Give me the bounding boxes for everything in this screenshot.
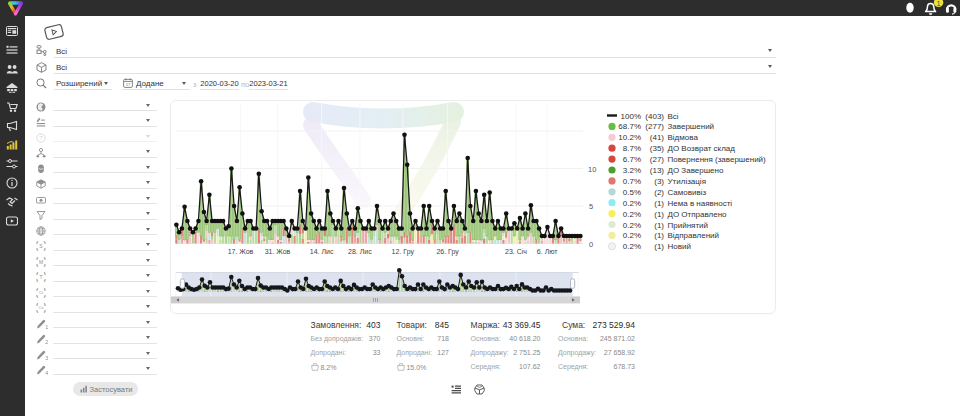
svg-text:17. Жов: 17. Жов <box>228 248 254 255</box>
svg-text:8.7%: 8.7% <box>623 144 641 153</box>
svg-text:10: 10 <box>588 165 596 174</box>
svg-text:3.2%: 3.2% <box>623 166 641 175</box>
svg-text:ДО Завершено: ДО Завершено <box>668 166 724 175</box>
svg-text:(35): (35) <box>650 144 665 153</box>
svg-text:ДО Отправлено: ДО Отправлено <box>668 210 728 219</box>
svg-text:(277): (277) <box>645 122 664 131</box>
svg-text:(1): (1) <box>654 210 664 219</box>
svg-text:10.2%: 10.2% <box>618 133 641 142</box>
svg-text:23. Січ: 23. Січ <box>505 248 527 255</box>
svg-text:Відмова: Відмова <box>668 133 699 142</box>
svg-text:0.2%: 0.2% <box>623 210 641 219</box>
svg-text:6. Лют: 6. Лют <box>537 248 558 255</box>
svg-text:ДО Возврат склад: ДО Возврат склад <box>668 144 736 153</box>
svg-text:Повернення (завершений): Повернення (завершений) <box>668 155 767 164</box>
svg-text:Всі: Всі <box>668 112 679 121</box>
svg-text:31. Жов: 31. Жов <box>265 248 291 255</box>
svg-text:(27): (27) <box>650 155 665 164</box>
svg-text:5: 5 <box>589 202 593 211</box>
svg-text:0.2%: 0.2% <box>623 199 641 208</box>
svg-text:12. Гру: 12. Гру <box>392 248 415 256</box>
svg-text:0.2%: 0.2% <box>623 231 641 240</box>
svg-text:(1): (1) <box>654 199 664 208</box>
svg-text:Відправлений: Відправлений <box>668 231 720 240</box>
svg-text:(2): (2) <box>654 188 664 197</box>
svg-text:(403): (403) <box>645 112 664 121</box>
svg-text:Завершений: Завершений <box>668 122 715 131</box>
svg-text:0.5%: 0.5% <box>623 188 641 197</box>
svg-text:(3): (3) <box>654 177 664 186</box>
svg-text:0.2%: 0.2% <box>623 242 641 251</box>
svg-text:Нема в наявності: Нема в наявності <box>668 199 733 208</box>
svg-text:(1): (1) <box>654 231 664 240</box>
svg-text:(1): (1) <box>654 242 664 251</box>
svg-text:68.7%: 68.7% <box>618 122 641 131</box>
svg-text:6.7%: 6.7% <box>623 155 641 164</box>
svg-text:0.2%: 0.2% <box>623 221 641 230</box>
svg-text:(41): (41) <box>650 133 665 142</box>
svg-text:Утилізація: Утилізація <box>668 177 706 186</box>
svg-text:(13): (13) <box>650 166 665 175</box>
svg-text:(1): (1) <box>654 221 664 230</box>
svg-text:100%: 100% <box>621 112 641 121</box>
svg-text:28. Лис: 28. Лис <box>348 248 372 255</box>
svg-text:26. Гру: 26. Гру <box>436 248 459 256</box>
svg-text:14. Лис: 14. Лис <box>310 248 334 255</box>
svg-text:Прийнятий: Прийнятий <box>668 221 709 230</box>
svg-text:Новий: Новий <box>668 242 691 251</box>
svg-text:Самовивіз: Самовивіз <box>668 188 707 197</box>
svg-text:0.7%: 0.7% <box>623 177 641 186</box>
svg-text:0: 0 <box>589 240 593 249</box>
